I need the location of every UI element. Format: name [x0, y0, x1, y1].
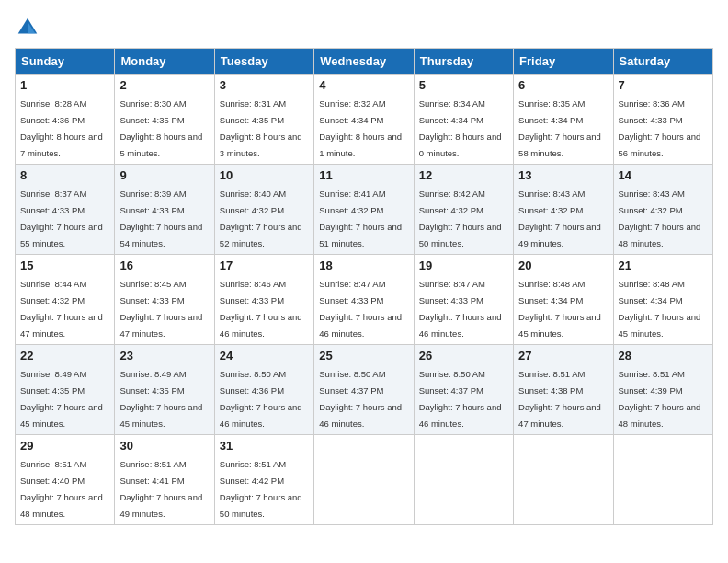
calendar-week-row: 8Sunrise: 8:37 AMSunset: 4:33 PMDaylight…	[16, 165, 713, 255]
day-number: 25	[319, 349, 408, 362]
calendar-day-cell: 5Sunrise: 8:34 AMSunset: 4:34 PMDaylight…	[414, 75, 513, 165]
logo-icon	[15, 15, 40, 40]
calendar-day-header: Saturday	[613, 49, 712, 75]
calendar-day-header: Monday	[115, 49, 214, 75]
calendar-header-row: SundayMondayTuesdayWednesdayThursdayFrid…	[16, 49, 713, 75]
day-number: 31	[220, 439, 309, 453]
day-number: 2	[119, 78, 209, 92]
day-number: 9	[119, 168, 209, 182]
day-detail: Sunrise: 8:50 AMSunset: 4:36 PMDaylight:…	[220, 369, 302, 429]
day-detail: Sunrise: 8:49 AMSunset: 4:35 PMDaylight:…	[20, 369, 103, 429]
day-detail: Sunrise: 8:45 AMSunset: 4:33 PMDaylight:…	[119, 279, 202, 339]
day-number: 14	[619, 168, 708, 182]
calendar-day-header: Friday	[514, 49, 613, 75]
day-number: 16	[119, 259, 209, 272]
calendar-day-cell: 8Sunrise: 8:37 AMSunset: 4:33 PMDaylight…	[16, 165, 115, 255]
day-number: 3	[220, 78, 309, 92]
day-number: 13	[518, 168, 608, 182]
calendar-day-cell: 27Sunrise: 8:51 AMSunset: 4:38 PMDayligh…	[514, 345, 613, 435]
day-detail: Sunrise: 8:41 AMSunset: 4:32 PMDaylight:…	[319, 189, 402, 248]
calendar-day-cell: 25Sunrise: 8:50 AMSunset: 4:37 PMDayligh…	[314, 345, 414, 435]
day-detail: Sunrise: 8:50 AMSunset: 4:37 PMDaylight:…	[419, 369, 502, 429]
logo	[15, 15, 44, 40]
day-number: 4	[319, 78, 408, 92]
calendar-day-cell: 15Sunrise: 8:44 AMSunset: 4:32 PMDayligh…	[16, 255, 115, 345]
calendar-day-cell: 20Sunrise: 8:48 AMSunset: 4:34 PMDayligh…	[514, 255, 613, 345]
day-detail: Sunrise: 8:51 AMSunset: 4:41 PMDaylight:…	[119, 459, 202, 519]
calendar-day-cell: 10Sunrise: 8:40 AMSunset: 4:32 PMDayligh…	[214, 165, 313, 255]
day-detail: Sunrise: 8:39 AMSunset: 4:33 PMDaylight:…	[119, 189, 202, 248]
day-number: 12	[419, 168, 508, 182]
calendar-day-cell: 12Sunrise: 8:42 AMSunset: 4:32 PMDayligh…	[414, 165, 513, 255]
day-detail: Sunrise: 8:37 AMSunset: 4:33 PMDaylight:…	[20, 189, 103, 248]
calendar-day-cell: 29Sunrise: 8:51 AMSunset: 4:40 PMDayligh…	[16, 435, 115, 525]
day-detail: Sunrise: 8:28 AMSunset: 4:36 PMDaylight:…	[20, 98, 103, 158]
day-detail: Sunrise: 8:51 AMSunset: 4:39 PMDaylight:…	[619, 369, 701, 429]
calendar-day-cell: 2Sunrise: 8:30 AMSunset: 4:35 PMDaylight…	[115, 75, 214, 165]
day-number: 1	[20, 78, 109, 92]
day-number: 8	[20, 168, 109, 182]
calendar-day-cell: 23Sunrise: 8:49 AMSunset: 4:35 PMDayligh…	[115, 345, 214, 435]
day-detail: Sunrise: 8:51 AMSunset: 4:42 PMDaylight:…	[220, 459, 302, 519]
day-number: 18	[319, 259, 408, 272]
day-number: 6	[518, 78, 608, 92]
calendar-day-cell: 3Sunrise: 8:31 AMSunset: 4:35 PMDaylight…	[214, 75, 313, 165]
day-number: 19	[419, 259, 508, 272]
calendar-day-header: Wednesday	[314, 49, 414, 75]
calendar-day-cell: 13Sunrise: 8:43 AMSunset: 4:32 PMDayligh…	[514, 165, 613, 255]
day-number: 20	[518, 259, 608, 272]
day-detail: Sunrise: 8:50 AMSunset: 4:37 PMDaylight:…	[319, 369, 402, 429]
day-number: 15	[20, 259, 109, 272]
calendar-week-row: 15Sunrise: 8:44 AMSunset: 4:32 PMDayligh…	[16, 255, 713, 345]
calendar-day-cell: 7Sunrise: 8:36 AMSunset: 4:33 PMDaylight…	[613, 75, 712, 165]
day-detail: Sunrise: 8:51 AMSunset: 4:40 PMDaylight:…	[20, 459, 103, 519]
calendar-day-cell: 31Sunrise: 8:51 AMSunset: 4:42 PMDayligh…	[214, 435, 313, 525]
calendar-week-row: 22Sunrise: 8:49 AMSunset: 4:35 PMDayligh…	[16, 345, 713, 435]
day-detail: Sunrise: 8:30 AMSunset: 4:35 PMDaylight:…	[119, 98, 202, 158]
calendar-day-cell: 1Sunrise: 8:28 AMSunset: 4:36 PMDaylight…	[16, 75, 115, 165]
day-number: 5	[419, 78, 508, 92]
calendar-day-cell: 4Sunrise: 8:32 AMSunset: 4:34 PMDaylight…	[314, 75, 414, 165]
calendar-day-cell	[414, 435, 513, 525]
calendar-day-cell	[514, 435, 613, 525]
day-detail: Sunrise: 8:48 AMSunset: 4:34 PMDaylight:…	[619, 279, 701, 339]
day-detail: Sunrise: 8:35 AMSunset: 4:34 PMDaylight:…	[518, 98, 601, 158]
day-number: 7	[619, 78, 708, 92]
calendar-day-cell: 11Sunrise: 8:41 AMSunset: 4:32 PMDayligh…	[314, 165, 414, 255]
day-number: 21	[619, 259, 708, 272]
calendar-day-cell: 24Sunrise: 8:50 AMSunset: 4:36 PMDayligh…	[214, 345, 313, 435]
calendar-day-cell: 26Sunrise: 8:50 AMSunset: 4:37 PMDayligh…	[414, 345, 513, 435]
day-number: 23	[119, 349, 209, 362]
day-detail: Sunrise: 8:43 AMSunset: 4:32 PMDaylight:…	[518, 189, 601, 248]
calendar-day-header: Tuesday	[214, 49, 313, 75]
calendar-day-cell: 28Sunrise: 8:51 AMSunset: 4:39 PMDayligh…	[613, 345, 712, 435]
calendar-day-cell: 14Sunrise: 8:43 AMSunset: 4:32 PMDayligh…	[613, 165, 712, 255]
calendar-day-cell: 22Sunrise: 8:49 AMSunset: 4:35 PMDayligh…	[16, 345, 115, 435]
day-number: 29	[20, 439, 109, 453]
calendar-day-cell: 30Sunrise: 8:51 AMSunset: 4:41 PMDayligh…	[115, 435, 214, 525]
day-detail: Sunrise: 8:42 AMSunset: 4:32 PMDaylight:…	[419, 189, 502, 248]
calendar-week-row: 29Sunrise: 8:51 AMSunset: 4:40 PMDayligh…	[16, 435, 713, 525]
page-header	[15, 15, 713, 40]
calendar-table: SundayMondayTuesdayWednesdayThursdayFrid…	[15, 48, 713, 525]
day-detail: Sunrise: 8:51 AMSunset: 4:38 PMDaylight:…	[518, 369, 601, 429]
day-number: 28	[619, 349, 708, 362]
day-detail: Sunrise: 8:44 AMSunset: 4:32 PMDaylight:…	[20, 279, 103, 339]
day-detail: Sunrise: 8:40 AMSunset: 4:32 PMDaylight:…	[220, 189, 302, 248]
calendar-day-cell: 9Sunrise: 8:39 AMSunset: 4:33 PMDaylight…	[115, 165, 214, 255]
day-number: 17	[220, 259, 309, 272]
day-detail: Sunrise: 8:47 AMSunset: 4:33 PMDaylight:…	[419, 279, 502, 339]
calendar-day-cell: 19Sunrise: 8:47 AMSunset: 4:33 PMDayligh…	[414, 255, 513, 345]
day-number: 24	[220, 349, 309, 362]
calendar-day-header: Thursday	[414, 49, 513, 75]
calendar-day-cell: 16Sunrise: 8:45 AMSunset: 4:33 PMDayligh…	[115, 255, 214, 345]
calendar-week-row: 1Sunrise: 8:28 AMSunset: 4:36 PMDaylight…	[16, 75, 713, 165]
day-detail: Sunrise: 8:36 AMSunset: 4:33 PMDaylight:…	[619, 98, 701, 158]
calendar-day-cell: 21Sunrise: 8:48 AMSunset: 4:34 PMDayligh…	[613, 255, 712, 345]
day-number: 27	[518, 349, 608, 362]
day-detail: Sunrise: 8:49 AMSunset: 4:35 PMDaylight:…	[119, 369, 202, 429]
day-detail: Sunrise: 8:43 AMSunset: 4:32 PMDaylight:…	[619, 189, 701, 248]
day-number: 22	[20, 349, 109, 362]
day-detail: Sunrise: 8:32 AMSunset: 4:34 PMDaylight:…	[319, 98, 402, 158]
calendar-day-cell	[314, 435, 414, 525]
